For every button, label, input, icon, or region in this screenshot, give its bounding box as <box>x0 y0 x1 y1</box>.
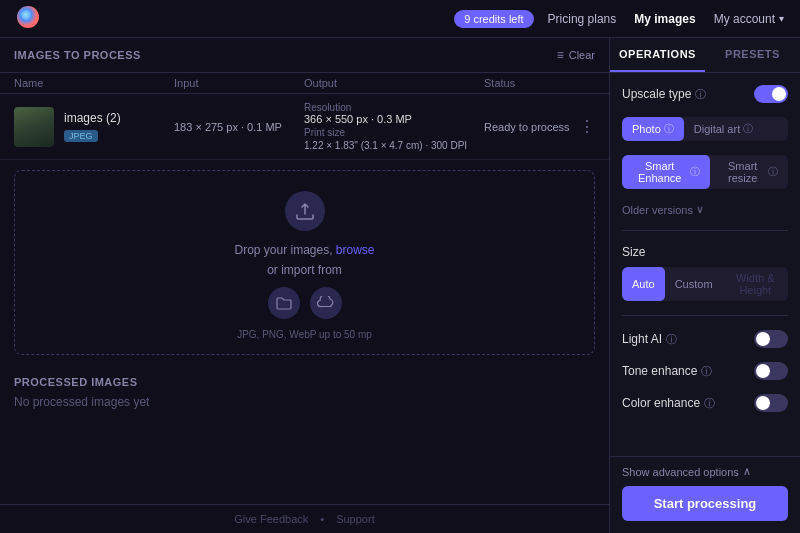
images-to-process-title: IMAGES TO PROCESS <box>14 49 141 61</box>
svg-point-1 <box>21 10 31 20</box>
size-auto-button[interactable]: Auto <box>622 267 665 301</box>
image-output-info: Resolution 366 × 550 px · 0.3 MP Print s… <box>304 102 484 151</box>
left-panel: IMAGES TO PROCESS ≡ Clear Name Input Out… <box>0 38 610 533</box>
upscale-help-icon[interactable]: ⓘ <box>695 87 706 102</box>
account-menu[interactable]: My account ▾ <box>714 12 784 26</box>
size-wh-button[interactable]: Width & Height <box>723 267 788 301</box>
enhance-group: Smart Enhance ⓘ Smart resize ⓘ <box>622 155 788 189</box>
image-name-info: images (2) JPEG <box>64 111 174 142</box>
digital-art-help-icon[interactable]: ⓘ <box>743 122 753 136</box>
upscale-toggle[interactable] <box>754 85 788 103</box>
digital-art-button[interactable]: Digital art ⓘ <box>684 117 763 141</box>
browse-link[interactable]: browse <box>336 243 375 257</box>
size-group: Auto Custom Width & Height <box>622 267 788 301</box>
dropzone[interactable]: Drop your images, browse or import from … <box>14 170 595 355</box>
color-enhance-label: Color enhance ⓘ <box>622 396 715 411</box>
photo-button[interactable]: Photo ⓘ <box>622 117 684 141</box>
more-options-button[interactable]: ⋮ <box>579 117 595 136</box>
output-print-value: 1.22 × 1.83" (3.1 × 4.7 cm) · 300 DPI <box>304 140 484 151</box>
tone-enhance-toggle[interactable] <box>754 362 788 380</box>
cloud-import-button[interactable] <box>310 287 342 319</box>
color-enhance-toggle[interactable] <box>754 394 788 412</box>
processed-title: PROCESSED IMAGES <box>14 376 138 388</box>
light-ai-help-icon[interactable]: ⓘ <box>666 332 677 347</box>
filter-icon: ≡ <box>557 48 564 62</box>
smart-enhance-button[interactable]: Smart Enhance ⓘ <box>622 155 710 189</box>
drop-icons-row <box>268 287 342 319</box>
output-resolution-value: 366 × 550 px · 0.3 MP <box>304 113 484 125</box>
processed-section: PROCESSED IMAGES No processed images yet <box>0 365 609 419</box>
upscale-label: Upscale type ⓘ <box>622 87 706 102</box>
image-row: images (2) JPEG 183 × 275 px · 0.1 MP Re… <box>0 94 609 160</box>
upscale-type-group: Photo ⓘ Digital art ⓘ <box>622 117 788 141</box>
color-enhance-help-icon[interactable]: ⓘ <box>704 396 715 411</box>
right-content: Upscale type ⓘ Photo ⓘ Digital art ⓘ <box>610 73 800 456</box>
col-output: Output <box>304 77 484 89</box>
clear-button[interactable]: ≡ Clear <box>557 48 595 62</box>
chevron-down-icon: ∧ <box>743 465 751 478</box>
image-status: Ready to process <box>484 121 579 133</box>
pricing-link[interactable]: Pricing plans <box>548 12 617 26</box>
support-link[interactable]: Support <box>336 513 375 525</box>
chevron-down-icon: ∨ <box>696 203 704 216</box>
light-ai-toggle[interactable] <box>754 330 788 348</box>
col-status: Status <box>484 77 595 89</box>
col-name: Name <box>14 77 174 89</box>
upload-icon <box>285 191 325 231</box>
photo-help-icon[interactable]: ⓘ <box>664 122 674 136</box>
tone-enhance-label: Tone enhance ⓘ <box>622 364 712 379</box>
left-header: IMAGES TO PROCESS ≡ Clear <box>0 38 609 73</box>
smart-enhance-help-icon[interactable]: ⓘ <box>690 165 700 179</box>
topnav: 9 credits left Pricing plans My images M… <box>0 0 800 38</box>
table-header: Name Input Output Status <box>0 73 609 94</box>
image-format-badge: JPEG <box>64 130 98 142</box>
divider-2 <box>622 315 788 316</box>
divider-1 <box>622 230 788 231</box>
no-processed-text: No processed images yet <box>14 395 595 409</box>
footer-separator: • <box>320 513 324 525</box>
size-custom-button[interactable]: Custom <box>665 267 723 301</box>
color-enhance-row: Color enhance ⓘ <box>622 394 788 412</box>
image-input-size: 183 × 275 px · 0.1 MP <box>174 121 304 133</box>
drop-formats-text: JPG, PNG, WebP up to 50 mp <box>237 329 372 340</box>
smart-resize-button[interactable]: Smart resize ⓘ <box>710 155 788 189</box>
size-label: Size <box>622 245 788 259</box>
right-tabs: OPERATIONS PRESETS <box>610 38 800 73</box>
feedback-link[interactable]: Give Feedback <box>234 513 308 525</box>
tab-operations[interactable]: OPERATIONS <box>610 38 705 72</box>
col-input: Input <box>174 77 304 89</box>
drop-text: Drop your images, browse <box>234 243 374 257</box>
output-print-label: Print size <box>304 127 484 138</box>
left-footer: Give Feedback • Support <box>0 504 609 533</box>
drop-import-text: or import from <box>267 263 342 277</box>
tone-enhance-row: Tone enhance ⓘ <box>622 362 788 380</box>
folder-import-button[interactable] <box>268 287 300 319</box>
right-panel: OPERATIONS PRESETS Upscale type ⓘ Photo … <box>610 38 800 533</box>
my-images-link[interactable]: My images <box>634 12 695 26</box>
upscale-type-row: Upscale type ⓘ <box>622 85 788 103</box>
image-thumbnail <box>14 107 54 147</box>
show-advanced-options[interactable]: Show advanced options ∧ <box>622 465 788 478</box>
credits-badge[interactable]: 9 credits left <box>454 10 533 28</box>
light-ai-label: Light AI ⓘ <box>622 332 677 347</box>
start-processing-button[interactable]: Start processing <box>622 486 788 521</box>
main-layout: IMAGES TO PROCESS ≡ Clear Name Input Out… <box>0 38 800 533</box>
output-resolution-label: Resolution <box>304 102 484 113</box>
logo[interactable] <box>16 5 40 32</box>
image-filename: images (2) <box>64 111 174 125</box>
tone-enhance-help-icon[interactable]: ⓘ <box>701 364 712 379</box>
older-versions[interactable]: Older versions ∨ <box>622 203 788 216</box>
right-bottom: Show advanced options ∧ Start processing <box>610 456 800 533</box>
tab-presets[interactable]: PRESETS <box>705 38 800 72</box>
chevron-down-icon: ▾ <box>779 13 784 24</box>
smart-resize-help-icon[interactable]: ⓘ <box>768 165 778 179</box>
light-ai-row: Light AI ⓘ <box>622 330 788 348</box>
